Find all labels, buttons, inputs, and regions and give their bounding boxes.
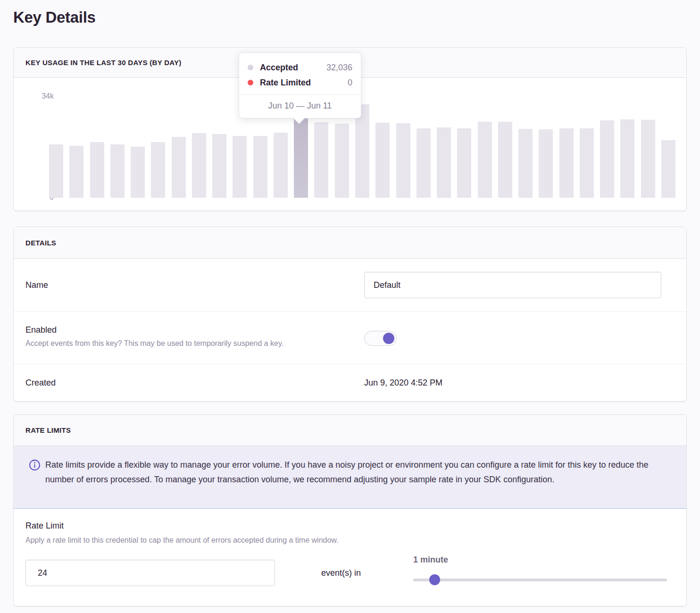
usage-bar[interactable] (600, 120, 614, 198)
usage-bar[interactable] (417, 128, 431, 198)
slider-knob[interactable] (429, 574, 440, 585)
slider-track[interactable] (413, 579, 667, 581)
usage-bar[interactable] (335, 124, 349, 198)
enabled-label: Enabled (14, 325, 57, 335)
usage-panel-title: KEY USAGE IN THE LAST 30 DAYS (BY DAY) (25, 59, 182, 67)
name-label: Name (14, 280, 48, 290)
rate-limit-count-input[interactable] (25, 560, 275, 586)
usage-bar[interactable] (90, 142, 104, 198)
usage-bar[interactable] (641, 120, 655, 198)
key-details-page: Key Details KEY USAGE IN THE LAST 30 DAY… (0, 0, 700, 613)
usage-bar[interactable] (396, 123, 410, 198)
accepted-dot-icon (248, 65, 253, 70)
usage-bar[interactable] (233, 136, 247, 198)
chart-bars (49, 95, 675, 198)
rate-limited-label: Rate Limited (260, 78, 311, 88)
usage-bar[interactable] (69, 146, 83, 198)
usage-bar[interactable] (580, 128, 594, 198)
details-panel: DETAILS Name Enabled Accept events from … (13, 227, 687, 402)
usage-bar[interactable] (151, 142, 165, 198)
toggle-knob (383, 333, 394, 344)
key-usage-panel: KEY USAGE IN THE LAST 30 DAYS (BY DAY) 3… (13, 47, 687, 211)
rate-limit-label: Rate Limit (25, 521, 64, 531)
accepted-label: Accepted (260, 63, 298, 73)
usage-bar[interactable] (212, 134, 226, 198)
created-row: Created Jun 9, 2020 4:52 PM (14, 364, 686, 402)
usage-bar[interactable] (478, 122, 492, 198)
chart-tooltip: Accepted 32,036 Rate Limited 0 Jun 10 — … (239, 52, 361, 118)
tooltip-row-accepted: Accepted 32,036 (248, 60, 352, 75)
details-panel-header: DETAILS (14, 227, 686, 259)
usage-bar[interactable] (457, 128, 471, 198)
usage-bar[interactable] (620, 119, 634, 198)
usage-bar[interactable] (49, 144, 63, 198)
name-row: Name (14, 259, 686, 311)
events-in-label: event(s) in (321, 562, 361, 584)
usage-bar[interactable] (131, 147, 145, 198)
created-value: Jun 9, 2020 4:52 PM (364, 378, 442, 388)
rate-limits-panel: RATE LIMITS Rate limits provide a flexib… (13, 414, 687, 606)
rate-limit-row: Rate Limit Apply a rate limit to this cr… (14, 509, 686, 606)
enabled-help-text: Accept events from this key? This may be… (14, 339, 283, 348)
usage-bar[interactable] (172, 137, 186, 198)
rate-limits-panel-title: RATE LIMITS (25, 426, 71, 434)
enabled-toggle[interactable] (364, 331, 397, 346)
usage-bar[interactable] (559, 128, 574, 198)
tooltip-body: Accepted 32,036 Rate Limited 0 (239, 53, 361, 94)
usage-bar[interactable] (437, 127, 451, 198)
info-alert-text: Rate limits provide a flexible way to ma… (45, 458, 664, 487)
tooltip-row-rate-limited: Rate Limited 0 (248, 75, 352, 90)
rate-limit-help-text: Apply a rate limit to this credential to… (25, 536, 338, 545)
usage-bar[interactable] (110, 144, 125, 198)
accepted-value: 32,036 (326, 63, 352, 73)
rate-limited-value: 0 (348, 78, 352, 88)
info-alert: Rate limits provide a flexible way to ma… (14, 446, 686, 509)
page-title: Key Details (13, 8, 96, 26)
usage-bar[interactable] (314, 122, 328, 198)
usage-bar[interactable] (661, 140, 675, 198)
usage-bar[interactable] (253, 136, 267, 198)
details-panel-title: DETAILS (25, 239, 56, 247)
usage-bar[interactable] (192, 133, 206, 198)
usage-bar[interactable] (274, 133, 288, 198)
time-window-label: 1 minute (413, 555, 448, 565)
usage-bar[interactable] (518, 129, 533, 198)
created-label: Created (14, 378, 56, 388)
info-icon (29, 459, 41, 471)
usage-bar[interactable] (539, 129, 553, 198)
name-input[interactable] (364, 272, 661, 298)
usage-bar[interactable] (498, 122, 512, 198)
rate-limited-dot-icon (248, 80, 253, 85)
rate-limits-panel-header: RATE LIMITS (14, 415, 686, 446)
enabled-row: Enabled Accept events from this key? Thi… (14, 311, 686, 364)
usage-bar[interactable] (375, 123, 390, 198)
